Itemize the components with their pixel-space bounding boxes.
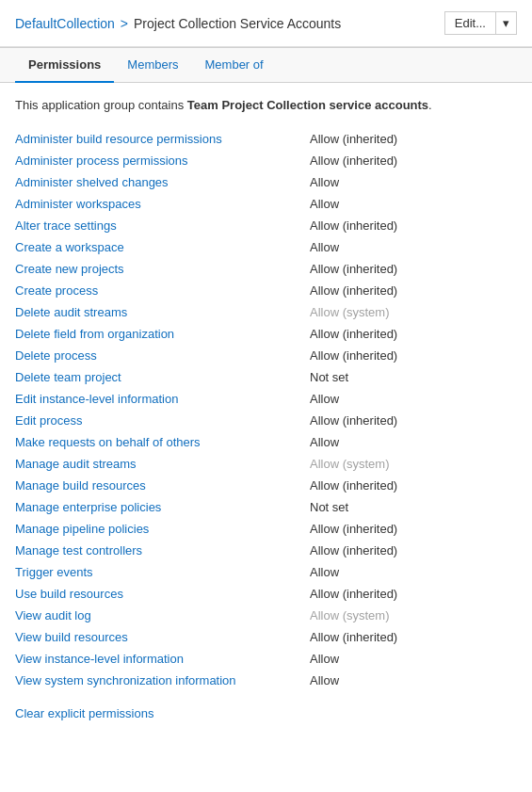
permission-value: Allow (inherited) (310, 262, 517, 276)
permission-name[interactable]: Create a workspace (15, 240, 310, 254)
table-row: Administer workspacesAllow (15, 193, 517, 215)
permission-value: Allow (system) (310, 608, 517, 622)
table-row: Manage audit streamsAllow (system) (15, 453, 517, 475)
permission-value: Allow (inherited) (310, 283, 517, 298)
permission-name[interactable]: Create new projects (15, 262, 310, 276)
permission-name[interactable]: Administer workspaces (15, 197, 310, 211)
table-row: Use build resourcesAllow (inherited) (15, 583, 517, 605)
permission-name[interactable]: View system synchronization information (15, 673, 310, 687)
permission-value: Allow (310, 565, 517, 579)
permission-name[interactable]: Administer build resource permissions (15, 132, 310, 146)
permission-value: Allow (310, 652, 517, 666)
permission-value: Allow (system) (310, 457, 517, 471)
table-row: Delete field from organizationAllow (inh… (15, 323, 517, 345)
permission-value: Allow (inherited) (310, 543, 517, 558)
table-row: Edit instance-level informationAllow (15, 388, 517, 410)
permission-value: Not set (310, 370, 517, 384)
permission-value: Allow (310, 673, 517, 687)
table-row: View build resourcesAllow (inherited) (15, 626, 517, 648)
table-row: View instance-level informationAllow (15, 648, 517, 670)
permission-value: Allow (inherited) (310, 218, 517, 233)
permission-value: Allow (310, 392, 517, 406)
table-row: Edit processAllow (inherited) (15, 410, 517, 431)
tab-permissions[interactable]: Permissions (15, 48, 114, 83)
permission-value: Allow (310, 197, 517, 211)
permission-name[interactable]: Create process (15, 283, 310, 298)
permission-name[interactable]: Use build resources (15, 587, 310, 601)
table-row: Create processAllow (inherited) (15, 280, 517, 301)
description-text: This application group contains Team Pro… (15, 96, 517, 115)
table-row: Create a workspaceAllow (15, 236, 517, 258)
table-row: Delete team projectNot set (15, 366, 517, 388)
permission-value: Allow (system) (310, 305, 517, 319)
table-row: View system synchronization informationA… (15, 670, 517, 691)
header: DefaultCollection > Project Collection S… (0, 0, 532, 48)
table-row: Manage enterprise policiesNot set (15, 496, 517, 518)
permission-name[interactable]: Manage test controllers (15, 543, 310, 558)
permission-name[interactable]: Make requests on behalf of others (15, 435, 310, 449)
permission-value: Allow (inherited) (310, 413, 517, 428)
permission-name[interactable]: Delete audit streams (15, 305, 310, 319)
breadcrumb-link[interactable]: DefaultCollection (15, 16, 115, 31)
permission-value: Allow (inherited) (310, 132, 517, 146)
table-row: Create new projectsAllow (inherited) (15, 258, 517, 280)
table-row: Make requests on behalf of othersAllow (15, 431, 517, 453)
table-row: Manage pipeline policiesAllow (inherited… (15, 518, 517, 540)
chevron-down-icon: ▾ (503, 16, 509, 30)
permission-name[interactable]: Delete field from organization (15, 327, 310, 341)
table-row: Delete processAllow (inherited) (15, 345, 517, 366)
permission-value: Allow (inherited) (310, 587, 517, 601)
table-row: Delete audit streamsAllow (system) (15, 301, 517, 323)
edit-button[interactable]: Edit... (445, 12, 495, 34)
permission-name[interactable]: Administer shelved changes (15, 175, 310, 189)
permission-name[interactable]: View audit log (15, 608, 310, 622)
table-row: Administer build resource permissionsAll… (15, 128, 517, 150)
permission-value: Allow (inherited) (310, 327, 517, 341)
permission-value: Not set (310, 500, 517, 514)
permission-name[interactable]: Manage pipeline policies (15, 522, 310, 536)
permission-value: Allow (310, 175, 517, 189)
table-row: Administer process permissionsAllow (inh… (15, 150, 517, 171)
permission-name[interactable]: Alter trace settings (15, 218, 310, 233)
edit-button-group: Edit... ▾ (444, 11, 517, 35)
table-row: Alter trace settingsAllow (inherited) (15, 215, 517, 236)
table-row: Trigger eventsAllow (15, 561, 517, 583)
breadcrumb-current: Project Collection Service Accounts (134, 16, 341, 31)
table-row: Manage test controllersAllow (inherited) (15, 540, 517, 561)
tab-member-of[interactable]: Member of (192, 48, 277, 83)
permission-name[interactable]: Trigger events (15, 565, 310, 579)
permission-value: Allow (310, 240, 517, 254)
main-content: This application group contains Team Pro… (0, 83, 532, 734)
permissions-table: Administer build resource permissionsAll… (15, 128, 517, 691)
permission-name[interactable]: Delete team project (15, 370, 310, 384)
permission-value: Allow (inherited) (310, 348, 517, 363)
table-row: View audit logAllow (system) (15, 605, 517, 626)
permission-name[interactable]: View instance-level information (15, 652, 310, 666)
tab-members[interactable]: Members (114, 48, 191, 83)
permission-value: Allow (310, 435, 517, 449)
permission-name[interactable]: Edit process (15, 413, 310, 428)
edit-dropdown-button[interactable]: ▾ (495, 12, 516, 34)
permission-value: Allow (inherited) (310, 478, 517, 493)
permission-name[interactable]: View build resources (15, 630, 310, 644)
permission-name[interactable]: Manage build resources (15, 478, 310, 493)
permission-name[interactable]: Edit instance-level information (15, 392, 310, 406)
permission-value: Allow (inherited) (310, 154, 517, 168)
table-row: Administer shelved changesAllow (15, 171, 517, 193)
breadcrumb-separator: > (121, 16, 128, 31)
permission-name[interactable]: Delete process (15, 348, 310, 363)
breadcrumb: DefaultCollection > Project Collection S… (15, 16, 341, 31)
permission-name[interactable]: Manage audit streams (15, 457, 310, 471)
tabs-bar: Permissions Members Member of (0, 48, 532, 83)
permission-name[interactable]: Administer process permissions (15, 154, 310, 168)
table-row: Manage build resourcesAllow (inherited) (15, 475, 517, 496)
permission-value: Allow (inherited) (310, 522, 517, 536)
permission-value: Allow (inherited) (310, 630, 517, 644)
clear-permissions-link[interactable]: Clear explicit permissions (15, 706, 153, 720)
permission-name[interactable]: Manage enterprise policies (15, 500, 310, 514)
